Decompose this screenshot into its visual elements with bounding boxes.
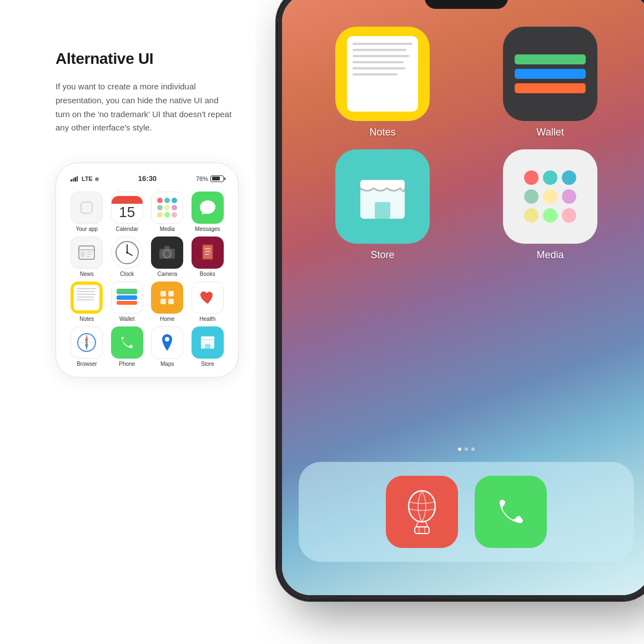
signal-bar-2 xyxy=(73,178,74,182)
svg-rect-0 xyxy=(81,202,92,213)
app-label-store: Store xyxy=(201,361,214,367)
large-app-label-wallet: Wallet xyxy=(536,127,564,138)
app-item-browser[interactable]: Browser xyxy=(68,326,105,367)
large-dot-4 xyxy=(524,189,539,204)
large-app-item-wallet[interactable]: Wallet xyxy=(472,27,628,138)
app-item-maps[interactable]: Maps xyxy=(149,326,186,367)
media-dots xyxy=(153,193,182,222)
app-item-wallet[interactable]: Wallet xyxy=(109,281,146,322)
svg-rect-34 xyxy=(205,344,210,349)
page-indicator-dots xyxy=(458,447,475,451)
page-title: Alternative UI xyxy=(56,50,233,68)
app-item-your-app[interactable]: Your app xyxy=(68,192,105,232)
app-icon-store xyxy=(192,326,224,359)
signal-bars xyxy=(71,176,78,182)
svg-point-14 xyxy=(166,253,168,255)
large-dot-7 xyxy=(524,208,539,223)
app-label-media: Media xyxy=(160,226,175,232)
svg-rect-16 xyxy=(203,245,212,259)
status-left: LTE ⌾ xyxy=(71,175,99,182)
app-label-your-app: Your app xyxy=(76,226,98,232)
wallet-card-1 xyxy=(117,289,137,294)
phone-screen-large: Notes Wallet xyxy=(278,0,644,600)
large-app-label-media: Media xyxy=(536,249,564,261)
app-icon-health xyxy=(192,281,224,314)
app-item-messages[interactable]: Messages xyxy=(189,192,227,232)
media-dot-7 xyxy=(157,212,163,218)
app-item-store[interactable]: Store xyxy=(189,326,227,367)
app-label-maps: Maps xyxy=(160,361,174,367)
app-item-notes[interactable]: Notes xyxy=(68,281,105,322)
app-item-phone[interactable]: Phone xyxy=(109,326,146,367)
phone-handset-icon xyxy=(119,335,135,350)
store-awning-icon xyxy=(198,333,217,352)
dock-app-phone[interactable] xyxy=(475,476,547,548)
large-media-dots-container xyxy=(513,159,587,234)
app-label-messages: Messages xyxy=(195,226,220,232)
app-grid-small: Your app 15 Calendar xyxy=(66,192,228,367)
app-item-calendar[interactable]: 15 Calendar xyxy=(109,192,146,232)
large-app-icon-media xyxy=(503,149,597,244)
status-right: 78% xyxy=(196,175,224,182)
battery-percent: 78% xyxy=(196,175,208,182)
wifi-icon: ⌾ xyxy=(95,175,99,182)
right-panel: Notes Wallet xyxy=(255,0,644,644)
app-label-camera: Camera xyxy=(157,271,177,277)
media-dot-3 xyxy=(172,198,177,203)
app-item-books[interactable]: Books xyxy=(189,237,227,277)
status-bar: LTE ⌾ 16:30 78% xyxy=(66,174,228,183)
phone-screen-bg: Notes Wallet xyxy=(282,0,644,595)
media-dot-9 xyxy=(172,212,177,218)
calendar-day: 15 xyxy=(119,205,135,219)
large-dot-2 xyxy=(543,170,557,185)
app-item-home[interactable]: Home xyxy=(149,281,186,322)
svg-rect-22 xyxy=(160,299,166,304)
app-label-news: News xyxy=(80,271,94,277)
svg-point-10 xyxy=(126,251,128,254)
large-wallet-cards xyxy=(515,54,586,93)
blank-icon xyxy=(79,200,94,215)
large-notes-line-5 xyxy=(353,67,405,69)
media-dot-6 xyxy=(172,205,177,210)
media-dot-2 xyxy=(164,198,170,203)
app-item-media[interactable]: Media xyxy=(149,192,186,232)
app-item-camera[interactable]: Camera xyxy=(149,237,186,277)
svg-rect-36 xyxy=(360,180,405,190)
large-app-item-media[interactable]: Media xyxy=(472,149,628,261)
svg-rect-23 xyxy=(168,299,174,304)
wallet-card-2 xyxy=(117,295,137,300)
app-label-home: Home xyxy=(160,316,175,322)
home-grid-icon xyxy=(158,289,176,306)
large-app-item-store[interactable]: Store xyxy=(304,149,461,261)
notes-line-4 xyxy=(77,296,94,298)
large-app-item-notes[interactable]: Notes xyxy=(304,27,461,138)
app-icon-news xyxy=(71,237,103,269)
svg-rect-37 xyxy=(375,202,390,219)
large-notes-line-6 xyxy=(353,73,398,76)
dock-app-balloon[interactable] xyxy=(386,476,458,548)
dock-phone-handset-icon xyxy=(494,495,527,529)
news-book-icon xyxy=(77,244,96,261)
page-description: If you want to create a more individual … xyxy=(56,80,233,135)
app-item-clock[interactable]: Clock xyxy=(109,237,146,277)
media-dot-4 xyxy=(157,205,163,210)
app-label-clock: Clock xyxy=(120,271,134,277)
clock-face-icon xyxy=(114,240,140,265)
app-icon-maps xyxy=(151,326,183,359)
svg-rect-3 xyxy=(80,251,85,257)
maps-pin-icon xyxy=(159,333,175,352)
app-item-news[interactable]: News xyxy=(68,237,105,277)
large-wallet-card-2 xyxy=(515,69,586,79)
app-icon-books xyxy=(192,237,224,269)
app-icon-your-app xyxy=(71,192,103,224)
app-item-health[interactable]: Health xyxy=(189,281,227,322)
wallet-card-3 xyxy=(117,301,137,305)
large-app-label-notes: Notes xyxy=(369,127,395,138)
notes-line-3 xyxy=(77,294,96,295)
notes-line-1 xyxy=(77,288,97,289)
notes-paper xyxy=(74,285,99,310)
browser-compass-icon xyxy=(76,331,98,354)
app-label-calendar: Calendar xyxy=(115,226,138,232)
phone-mockup-small: LTE ⌾ 16:30 78% Your app xyxy=(56,163,239,378)
svg-rect-41 xyxy=(415,527,429,534)
